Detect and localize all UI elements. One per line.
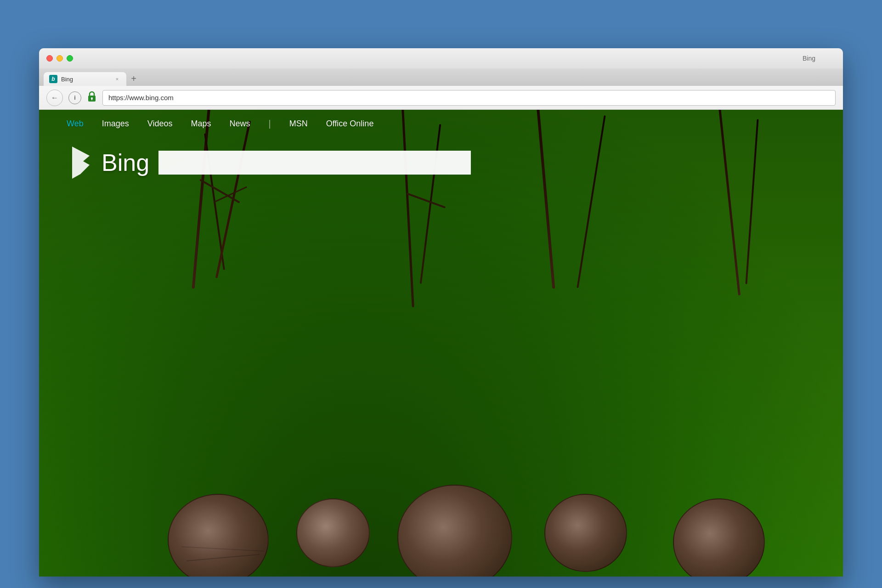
minimize-button[interactable] [57,55,63,62]
bing-logo-text: Bing [102,149,149,176]
background-image [39,110,843,577]
tab-close-button[interactable]: × [113,75,121,83]
nav-item-office-online[interactable]: Office Online [326,119,374,129]
info-button[interactable]: i [68,91,81,104]
svg-rect-2 [91,98,92,100]
address-bar[interactable]: https://www.bing.com [102,90,836,106]
lock-icon [87,90,97,105]
nav-item-images[interactable]: Images [102,119,129,129]
search-box[interactable] [158,151,471,175]
nav-item-maps[interactable]: Maps [191,119,211,129]
nav-item-videos[interactable]: Videos [147,119,173,129]
url-text: https://www.bing.com [108,94,174,102]
title-bar: Bing [39,48,843,68]
maximize-button[interactable] [67,55,73,62]
svg-marker-3 [72,147,90,179]
bing-navigation: Web Images Videos Maps News | MSN Office… [39,110,843,137]
bing-main-area: Bing [67,147,843,179]
bing-logo: Bing [67,147,158,179]
back-arrow-icon: ← [51,94,58,102]
browser-tab[interactable]: b Bing × [44,72,126,86]
info-icon: i [74,94,76,101]
page-content: Web Images Videos Maps News | MSN Office… [39,110,843,577]
favicon-letter: b [51,76,55,82]
tab-bar: b Bing × + [39,68,843,86]
nav-item-msn[interactable]: MSN [289,119,308,129]
traffic-lights [46,55,73,62]
browser-window: Bing b Bing × + ← i https://w [39,48,843,577]
bing-logo-icon [67,147,94,179]
window-title: Bing [803,55,815,62]
navigation-bar: ← i https://www.bing.com [39,86,843,110]
nav-separator: | [268,119,271,129]
new-tab-button[interactable]: + [127,72,140,85]
tab-label: Bing [61,76,110,83]
nav-item-web[interactable]: Web [67,119,84,129]
back-button[interactable]: ← [46,90,63,106]
tab-favicon: b [49,75,57,83]
close-button[interactable] [46,55,53,62]
nav-item-news[interactable]: News [229,119,250,129]
